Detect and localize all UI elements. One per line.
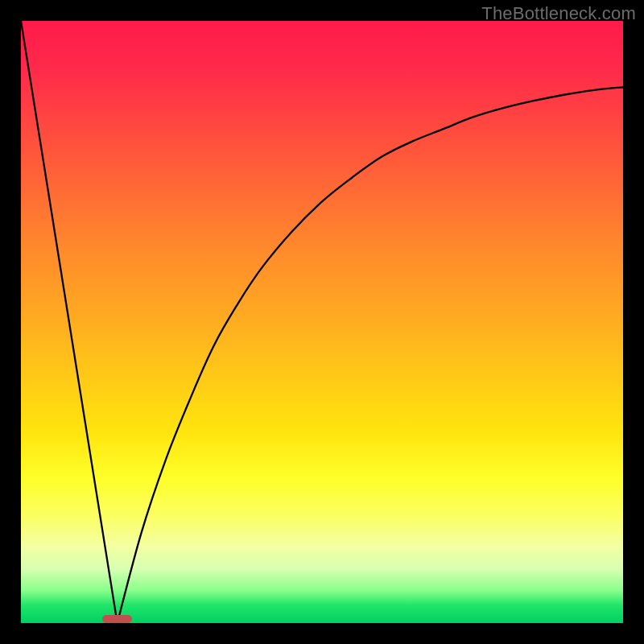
right-branch-line (118, 87, 623, 623)
plot-area (21, 21, 623, 623)
curves-svg (21, 21, 623, 623)
bottleneck-marker (102, 615, 132, 623)
left-branch-line (21, 21, 118, 623)
chart-frame: TheBottleneck.com (0, 0, 644, 644)
